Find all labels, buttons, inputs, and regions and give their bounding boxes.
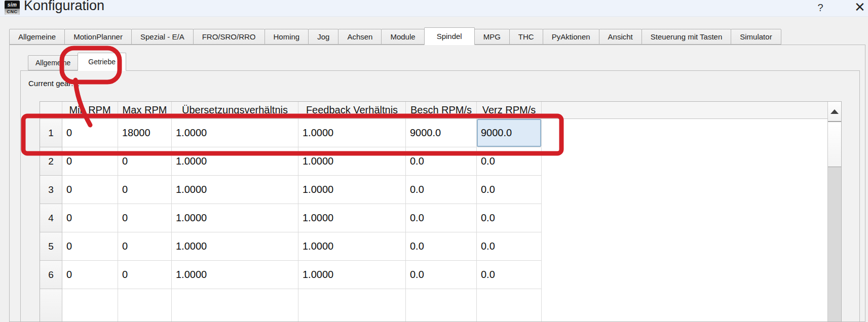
- cell-row5-min-rpm[interactable]: 0: [62, 232, 118, 261]
- row-filler: [542, 261, 841, 289]
- cell-row3-feedback-verhältnis[interactable]: 1.0000: [298, 176, 406, 204]
- row-header-5[interactable]: 5: [40, 232, 62, 261]
- column-header-filler: [542, 102, 841, 118]
- column-header-verz-rpm-s[interactable]: Verz RPM/s: [477, 102, 542, 118]
- cell-row4-übersetzungsverhältnis[interactable]: 1.0000: [172, 204, 298, 232]
- row-header-3[interactable]: 3: [40, 176, 62, 204]
- main-tab-steuerung-mit-tasten[interactable]: Steuerung mit Tasten: [641, 29, 731, 45]
- cell-row5-übersetzungsverhältnis[interactable]: 1.0000: [172, 232, 298, 261]
- cell-row4-verz-rpm-s[interactable]: 0.0: [477, 204, 542, 232]
- window-title: Konfiguration: [24, 0, 104, 14]
- cell-partial[interactable]: [118, 289, 172, 322]
- titlebar: sim CNC Konfiguration ? ✕: [0, 0, 868, 17]
- cell-row5-besch-rpm-s[interactable]: 0.0: [406, 232, 477, 261]
- gear-table-header: Min RPMMax RPMÜbersetzungsverhältnisFeed…: [40, 102, 841, 119]
- cell-row1-übersetzungsverhältnis[interactable]: 1.0000: [172, 119, 298, 147]
- current-gear-label: Current gear: 1: [28, 79, 80, 88]
- cell-partial[interactable]: [477, 289, 542, 322]
- cell-partial[interactable]: [172, 289, 298, 322]
- cell-row3-besch-rpm-s[interactable]: 0.0: [406, 176, 477, 204]
- cell-row6-verz-rpm-s[interactable]: 0.0: [477, 261, 542, 289]
- close-icon[interactable]: ✕: [854, 0, 868, 15]
- gear-table-row: 2001.00001.00000.00.0: [40, 147, 841, 176]
- column-header-feedback-verhältnis[interactable]: Feedback Verhältnis: [298, 102, 406, 118]
- main-tab-spindel[interactable]: Spindel: [424, 27, 475, 45]
- scroll-up-button[interactable]: [828, 102, 841, 122]
- cell-row2-min-rpm[interactable]: 0: [62, 147, 118, 176]
- logo-cnc-text: CNC: [5, 9, 20, 15]
- gear-table-row: 4001.00001.00000.00.0: [40, 204, 841, 232]
- row-header-1[interactable]: 1: [40, 119, 62, 147]
- row-filler: [542, 147, 841, 176]
- main-tab-pyaktionen[interactable]: PyAktionen: [543, 29, 599, 45]
- arrow-up-icon: [831, 109, 839, 114]
- main-tab-module[interactable]: Module: [381, 29, 424, 45]
- gear-table-body: 10180001.00001.00009000.09000.02001.0000…: [40, 119, 841, 322]
- cell-row4-besch-rpm-s[interactable]: 0.0: [406, 204, 477, 232]
- cell-row4-feedback-verhältnis[interactable]: 1.0000: [298, 204, 406, 232]
- row-header-6[interactable]: 6: [40, 261, 62, 289]
- main-tab-jog[interactable]: Jog: [308, 29, 338, 45]
- main-tab-spezial-e-a[interactable]: Spezial - E/A: [131, 29, 194, 45]
- sub-tab-getriebe[interactable]: Getriebe: [78, 53, 126, 71]
- row-header-partial[interactable]: [40, 289, 62, 322]
- main-tab-motionplanner[interactable]: MotionPlanner: [64, 29, 132, 45]
- cell-row5-max-rpm[interactable]: 0: [118, 232, 172, 261]
- cell-row2-besch-rpm-s[interactable]: 0.0: [406, 147, 477, 176]
- cell-row1-max-rpm[interactable]: 18000: [118, 119, 172, 147]
- cell-row3-verz-rpm-s[interactable]: 0.0: [477, 176, 542, 204]
- logo-sim-text: sim: [5, 1, 20, 9]
- row-header-2[interactable]: 2: [40, 147, 62, 176]
- cell-row5-verz-rpm-s[interactable]: 0.0: [477, 232, 542, 261]
- main-tab-ansicht[interactable]: Ansicht: [599, 29, 642, 45]
- main-tab-homing[interactable]: Homing: [265, 29, 309, 45]
- help-button[interactable]: ?: [813, 1, 828, 15]
- cell-row1-verz-rpm-s[interactable]: 9000.0: [477, 119, 542, 147]
- cell-row1-min-rpm[interactable]: 0: [62, 119, 118, 147]
- main-tab-achsen[interactable]: Achsen: [338, 29, 382, 45]
- cell-row5-feedback-verhältnis[interactable]: 1.0000: [298, 232, 406, 261]
- cell-row6-feedback-verhältnis[interactable]: 1.0000: [298, 261, 406, 289]
- row-filler: [542, 289, 841, 322]
- cell-row4-max-rpm[interactable]: 0: [118, 204, 172, 232]
- gear-table-corner: [40, 102, 62, 118]
- column-header-übersetzungsverhältnis[interactable]: Übersetzungsverhältnis: [172, 102, 298, 118]
- cell-row3-max-rpm[interactable]: 0: [118, 176, 172, 204]
- gear-table-row-partial: [40, 289, 841, 322]
- main-tab-thc[interactable]: THC: [509, 29, 543, 45]
- cell-partial[interactable]: [62, 289, 118, 322]
- row-filler: [542, 232, 841, 261]
- gear-table-row: 10180001.00001.00009000.09000.0: [40, 119, 841, 147]
- cell-partial[interactable]: [406, 289, 477, 322]
- vertical-scrollbar[interactable]: [827, 102, 841, 321]
- cell-row6-max-rpm[interactable]: 0: [118, 261, 172, 289]
- cell-row6-übersetzungsverhältnis[interactable]: 1.0000: [172, 261, 298, 289]
- column-header-besch-rpm-s[interactable]: Besch RPM/s: [406, 102, 477, 118]
- cell-row2-feedback-verhältnis[interactable]: 1.0000: [298, 147, 406, 176]
- row-filler: [542, 204, 841, 232]
- cell-row2-übersetzungsverhältnis[interactable]: 1.0000: [172, 147, 298, 176]
- simcnc-logo: sim CNC: [5, 1, 20, 15]
- konfiguration-dialog: sim CNC Konfiguration ? ✕ AllgemeineMoti…: [0, 0, 868, 322]
- cell-row6-besch-rpm-s[interactable]: 0.0: [406, 261, 477, 289]
- main-tab-fro-sro-rro[interactable]: FRO/SRO/RRO: [193, 29, 265, 45]
- cell-row4-min-rpm[interactable]: 0: [62, 204, 118, 232]
- column-header-max-rpm[interactable]: Max RPM: [118, 102, 172, 118]
- cell-row1-feedback-verhältnis[interactable]: 1.0000: [298, 119, 406, 147]
- cell-row2-max-rpm[interactable]: 0: [118, 147, 172, 176]
- row-header-4[interactable]: 4: [40, 204, 62, 232]
- main-tab-simulator[interactable]: Simulator: [731, 29, 781, 45]
- main-tab-mpg[interactable]: MPG: [474, 29, 510, 45]
- cell-row2-verz-rpm-s[interactable]: 0.0: [477, 147, 542, 176]
- column-header-min-rpm[interactable]: Min RPM: [62, 102, 118, 118]
- sub-tab-allgemeine[interactable]: Allgemeine: [28, 55, 78, 70]
- cell-partial[interactable]: [298, 289, 406, 322]
- cell-row3-min-rpm[interactable]: 0: [62, 176, 118, 204]
- cell-row6-min-rpm[interactable]: 0: [62, 261, 118, 289]
- scrollbar-thumb[interactable]: [828, 122, 841, 167]
- cell-row1-besch-rpm-s[interactable]: 9000.0: [406, 119, 477, 147]
- gear-table: Min RPMMax RPMÜbersetzungsverhältnisFeed…: [40, 101, 842, 322]
- row-filler: [542, 119, 841, 147]
- main-tab-allgemeine[interactable]: Allgemeine: [9, 29, 65, 45]
- cell-row3-übersetzungsverhältnis[interactable]: 1.0000: [172, 176, 298, 204]
